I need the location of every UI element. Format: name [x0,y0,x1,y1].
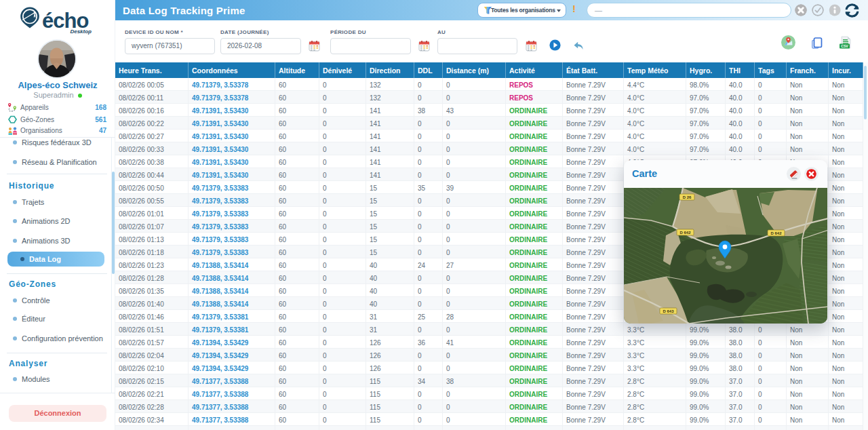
svg-text:CSV: CSV [841,44,848,48]
svg-text:D 26: D 26 [683,195,692,199]
svg-text:Desktop: Desktop [70,28,92,35]
svg-text:D 642: D 642 [679,231,691,235]
svg-text:D 643: D 643 [663,309,674,313]
svg-text:D 642: D 642 [770,231,782,235]
